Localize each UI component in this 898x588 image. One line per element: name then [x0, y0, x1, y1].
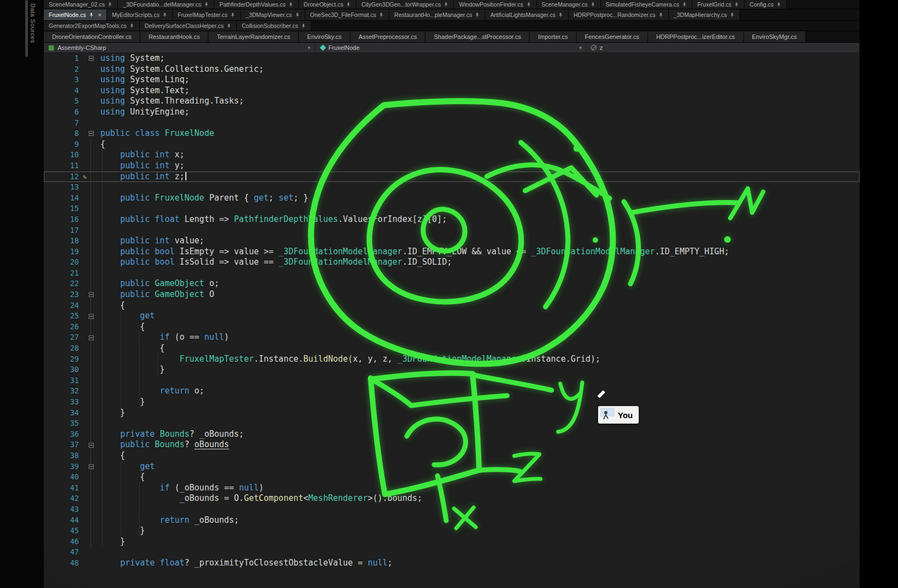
pin-icon[interactable] — [590, 2, 595, 7]
file-tab[interactable]: Generator2ExportMapTools.cs — [44, 21, 140, 31]
pin-icon[interactable] — [107, 2, 112, 7]
file-tab[interactable]: FruxelGrid.cs — [692, 0, 744, 9]
breadcrumb-member[interactable]: z — [587, 43, 860, 53]
code-line[interactable]: 6using UnityEngine; — [44, 107, 860, 118]
code-line[interactable]: 35 — [44, 418, 860, 429]
pin-icon[interactable] — [734, 2, 739, 7]
chevron-down-icon[interactable]: ▾ — [579, 45, 582, 50]
fold-toggle-icon[interactable] — [89, 131, 94, 136]
code-line[interactable]: 22 public GameObject o; — [44, 278, 860, 289]
code-line[interactable]: 46 } — [44, 536, 860, 547]
code-line[interactable]: 44 return _oBounds; — [44, 515, 860, 526]
code-line[interactable]: 27 if (o == null) — [44, 332, 860, 343]
file-tab[interactable]: EnviroSky.cs — [299, 31, 350, 42]
code-line[interactable]: 41 if (_oBounds == null) — [44, 483, 860, 494]
code-line[interactable]: 47 — [44, 547, 860, 558]
file-tab[interactable]: _3DMapHierarchy.cs — [669, 9, 740, 20]
code-line[interactable]: 42 _oBounds = O.GetComponent<MeshRendere… — [44, 493, 860, 504]
file-tab[interactable]: TerrainLayerRandomizer.cs — [208, 31, 299, 42]
code-line[interactable]: 25 get — [44, 311, 860, 322]
fold-toggle-icon[interactable] — [89, 56, 94, 61]
pin-icon[interactable] — [346, 2, 351, 7]
code-line[interactable]: 38 { — [44, 450, 860, 461]
code-editor[interactable]: 1using System;2using System.Collections.… — [44, 53, 860, 588]
data-sources-tab[interactable]: Data Sources — [30, 3, 36, 43]
scrollbar-thumb[interactable] — [25, 0, 28, 57]
file-tab[interactable]: Importer.cs — [530, 31, 576, 42]
code-line[interactable]: 19 public bool IsEmpty => value >= _3DFo… — [44, 247, 860, 258]
code-line[interactable]: 40 { — [44, 472, 860, 483]
pin-icon[interactable] — [658, 13, 663, 18]
pin-icon[interactable] — [230, 13, 235, 18]
code-line[interactable]: 17 — [44, 225, 860, 236]
code-line[interactable]: 5using System.Threading.Tasks; — [44, 96, 860, 107]
file-tab[interactable]: DroneOrientationController.cs — [44, 31, 140, 42]
code-line[interactable]: 13 — [44, 182, 860, 193]
file-tab[interactable]: SceneManager.cs — [537, 0, 601, 9]
pin-icon[interactable] — [226, 24, 231, 28]
code-line[interactable]: 31 — [44, 375, 860, 386]
file-tab[interactable]: EnviroSkyMgr.cs — [744, 31, 806, 42]
code-line[interactable]: 20 public bool IsSolid => value == _3DFo… — [44, 257, 860, 268]
pin-icon[interactable] — [204, 2, 209, 7]
code-line[interactable]: 39 get — [44, 461, 860, 472]
file-tab[interactable]: SceneManager_02.cs — [44, 0, 118, 9]
pin-icon[interactable] — [475, 13, 480, 18]
code-line[interactable]: 8public class FruxelNode — [44, 128, 860, 139]
file-tab[interactable]: RestaurantHook.cs — [140, 31, 209, 42]
code-line[interactable]: 36 private Bounds? _oBounds; — [44, 429, 860, 440]
code-line[interactable]: 12✎ public int z; — [44, 172, 860, 182]
file-tab[interactable]: DroneObject.cs — [299, 0, 356, 9]
code-line[interactable]: 14 public FruxelNode Parent { get; set; … — [44, 193, 860, 204]
file-tab[interactable]: Config.cs — [744, 0, 787, 9]
code-line[interactable]: 4using System.Text; — [44, 85, 860, 96]
file-tab[interactable]: FruxelMapTester.cs — [173, 9, 241, 20]
pin-icon[interactable] — [288, 2, 293, 7]
file-tab[interactable]: CollisionSubscriber.cs — [237, 21, 311, 31]
code-line[interactable]: 2using System.Collections.Generic; — [44, 64, 860, 75]
code-line[interactable]: 7 — [44, 118, 860, 129]
pin-icon[interactable] — [776, 2, 781, 7]
file-tab[interactable]: ShaderPackage...stProcessor.cs — [425, 31, 530, 42]
file-tab[interactable]: RestaurantHo...pleManager.cs — [389, 9, 485, 20]
file-tab[interactable]: _3DFoundatio...delManager.cs — [118, 0, 214, 9]
pin-icon[interactable] — [89, 13, 94, 18]
code-line[interactable]: 34 } — [44, 408, 860, 419]
file-tab[interactable]: FencesGenerator.cs — [577, 31, 648, 42]
pin-icon[interactable] — [129, 24, 134, 28]
fold-toggle-icon[interactable] — [89, 292, 94, 297]
breadcrumb-type[interactable]: FruxelNode ▾ — [315, 43, 587, 53]
pin-icon[interactable] — [295, 13, 300, 18]
code-line[interactable]: 48 private float? _proximityToClosestObs… — [44, 558, 860, 569]
code-line[interactable]: 30 } — [44, 364, 860, 375]
code-line[interactable]: 43 — [44, 504, 860, 515]
code-line[interactable]: 24 { — [44, 300, 860, 311]
pin-icon[interactable] — [301, 24, 306, 28]
file-tab[interactable]: OneSec3D_FileFormat.cs — [305, 9, 390, 20]
file-tab[interactable]: FruxelNode.cs× — [44, 9, 107, 20]
code-line[interactable]: 1using System; — [44, 53, 860, 64]
code-line[interactable]: 37 public Bounds? oBounds — [44, 439, 860, 450]
file-tab[interactable]: WindowPositionFinder.cs — [454, 0, 536, 9]
file-tab[interactable]: DeliverySurfaceClassHelper.cs — [140, 21, 237, 31]
file-tab[interactable]: ArtificialLightsManager.cs — [485, 9, 569, 20]
code-line[interactable]: 33 } — [44, 397, 860, 408]
fold-toggle-icon[interactable] — [89, 335, 94, 340]
fold-toggle-icon[interactable] — [89, 464, 94, 469]
pin-icon[interactable] — [682, 2, 687, 7]
code-line[interactable]: 11 public int y; — [44, 161, 860, 172]
breadcrumb-project[interactable]: Assembly-CSharp ▾ — [44, 43, 315, 53]
close-tab-icon[interactable]: × — [98, 12, 101, 18]
file-tab[interactable]: _3DMapViewer.cs — [241, 9, 305, 20]
file-tab[interactable]: SimulatedFisheyeCamera.cs — [601, 0, 692, 9]
code-line[interactable]: 16 public float Length => PathfinderDept… — [44, 214, 860, 225]
file-tab[interactable]: MyEditorScripts.cs — [107, 9, 173, 20]
code-line[interactable]: 29 FruxelMapTester.Instance.BuildNode(x,… — [44, 354, 860, 365]
file-tab[interactable]: PathfinderDepthValues.cs — [214, 0, 299, 9]
pin-icon[interactable] — [526, 2, 531, 7]
pin-icon[interactable] — [379, 13, 384, 18]
code-line[interactable]: 3using System.Linq; — [44, 75, 860, 85]
file-tab[interactable]: AssetPreprocessor.cs — [350, 31, 425, 42]
code-line[interactable]: 15 — [44, 203, 860, 214]
code-line[interactable]: 23 public GameObject O — [44, 289, 860, 300]
